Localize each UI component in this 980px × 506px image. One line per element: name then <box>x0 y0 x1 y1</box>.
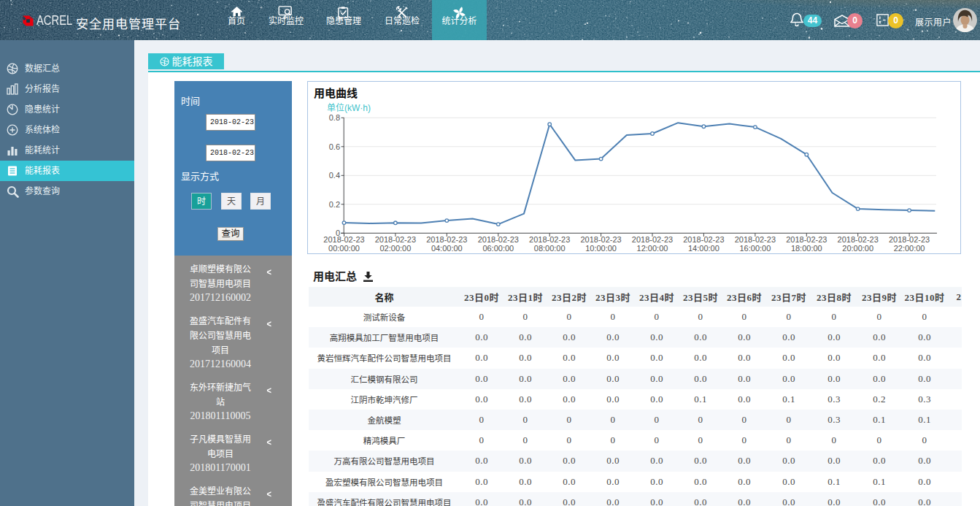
svg-text:2018-02-23: 2018-02-23 <box>889 235 930 244</box>
svg-text:14:00:00: 14:00:00 <box>688 244 719 253</box>
svg-text:2018-02-23: 2018-02-23 <box>529 235 570 244</box>
svg-text:18:00:00: 18:00:00 <box>791 244 822 253</box>
svg-text:2018-02-23: 2018-02-23 <box>786 235 827 244</box>
svg-text:0.8: 0.8 <box>329 113 340 122</box>
svg-text:2018-02-23: 2018-02-23 <box>478 235 519 244</box>
svg-text:06:00:00: 06:00:00 <box>482 244 514 253</box>
svg-text:00:00:00: 00:00:00 <box>328 244 360 253</box>
svg-text:2018-02-23: 2018-02-23 <box>683 235 724 244</box>
svg-text:12:00:00: 12:00:00 <box>637 244 668 253</box>
svg-text:04:00:00: 04:00:00 <box>431 244 463 253</box>
svg-text:02:00:00: 02:00:00 <box>379 244 411 253</box>
svg-text:2018-02-23: 2018-02-23 <box>375 235 416 244</box>
svg-text:0.2: 0.2 <box>329 200 340 209</box>
svg-text:0.4: 0.4 <box>329 171 340 180</box>
svg-text:2018-02-23: 2018-02-23 <box>580 235 621 244</box>
svg-text:2018-02-23: 2018-02-23 <box>838 235 879 244</box>
svg-text:0.6: 0.6 <box>329 142 340 151</box>
svg-text:08:00:00: 08:00:00 <box>534 244 566 253</box>
svg-text:2018-02-23: 2018-02-23 <box>323 235 364 244</box>
svg-text:10:00:00: 10:00:00 <box>585 244 617 253</box>
svg-text:2018-02-23: 2018-02-23 <box>735 235 776 244</box>
svg-text:2018-02-23: 2018-02-23 <box>426 235 467 244</box>
svg-text:2018-02-23: 2018-02-23 <box>632 235 673 244</box>
svg-text:16:00:00: 16:00:00 <box>739 244 771 253</box>
svg-text:20:00:00: 20:00:00 <box>842 244 873 253</box>
svg-text:22:00:00: 22:00:00 <box>894 244 925 253</box>
